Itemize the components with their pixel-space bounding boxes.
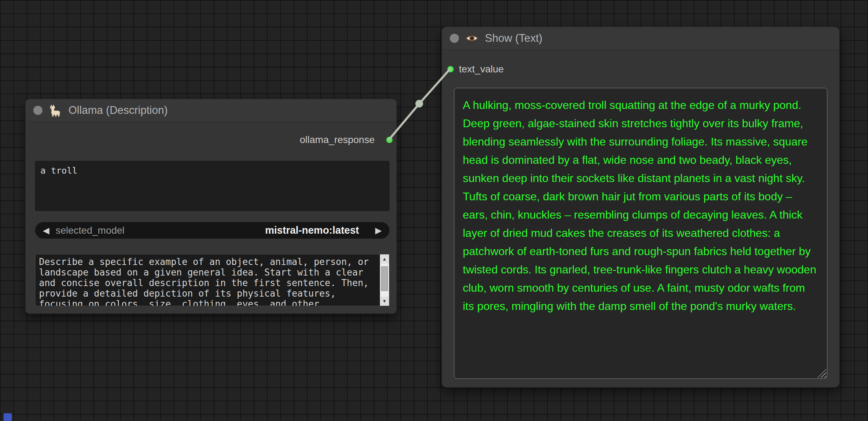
input-slot-label: text_value [459,64,504,75]
ollama-description-node[interactable]: Ollama (Description) ollama_response a t… [25,99,397,314]
resize-grip-icon[interactable] [818,369,826,378]
collapse-dot-icon[interactable] [450,34,459,43]
combo-value: mistral-nemo:latest [265,225,359,236]
collapse-dot-icon[interactable] [33,106,42,115]
eye-icon [465,32,479,45]
combo-prev-icon[interactable]: ◀ [43,226,49,235]
llama-icon [49,104,62,117]
model-selector-widget[interactable]: ◀ selected_model mistral-nemo:latest ▶ [35,222,389,239]
scroll-down-icon[interactable]: ▼ [380,297,389,306]
input-slot-dot[interactable] [447,66,454,73]
output-slot-label: ollama_response [300,134,375,145]
textarea-scrollbar[interactable]: ▲ ▼ [380,254,389,306]
scrollbar-thumb[interactable] [381,266,388,291]
node-title: Show (Text) [485,32,542,45]
show-text-content: A hulking, moss-covered troll squatting … [463,99,816,312]
node-graph-canvas[interactable]: { "ollama_node": { "title": "Ollama (Des… [0,0,868,421]
link-midpoint-dot[interactable] [415,100,423,108]
show-text-node[interactable]: Show (Text) text_value A hulking, moss-c… [442,27,840,388]
scroll-up-icon[interactable]: ▲ [380,254,389,264]
ollama-node-titlebar[interactable]: Ollama (Description) [26,99,396,122]
system-prompt-textarea[interactable]: Describe a specific example of an object… [35,254,389,306]
combo-next-icon[interactable]: ▶ [375,226,382,235]
output-slot-dot[interactable] [386,136,393,143]
node-title: Ollama (Description) [68,104,168,117]
combo-label: selected_model [55,225,124,236]
link-wire [389,69,450,140]
offscreen-node-fragment[interactable] [4,413,12,421]
show-text-output-area[interactable]: A hulking, moss-covered troll squatting … [454,88,827,379]
prompt-text-input[interactable]: a troll [35,161,389,211]
system-prompt-text: Describe a specific example of an object… [39,257,369,306]
show-node-titlebar[interactable]: Show (Text) [442,27,839,50]
